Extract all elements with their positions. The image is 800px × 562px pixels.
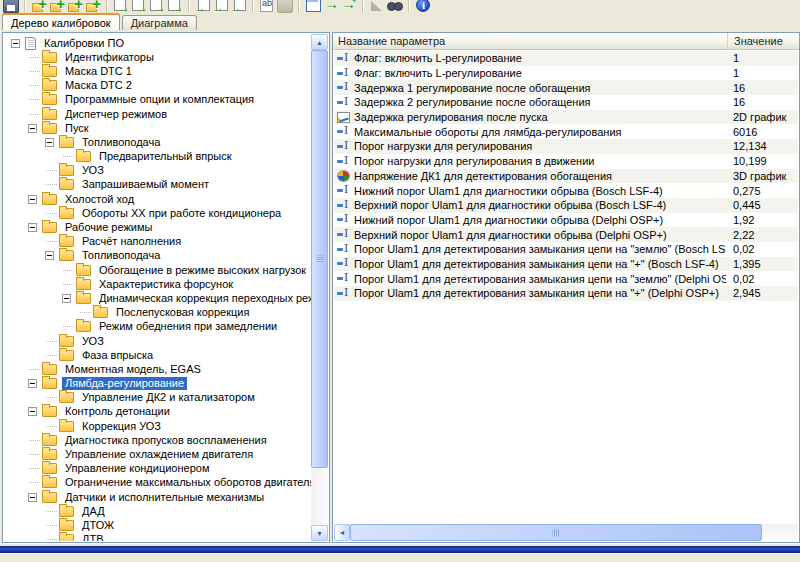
tree-expander-minus[interactable] — [28, 124, 37, 133]
tree-item[interactable]: ДТВ — [6, 533, 311, 541]
table-row[interactable]: Флаг: включить L-регулирование 1 — [334, 51, 798, 66]
tree-item[interactable]: Пуск — [6, 121, 311, 135]
tree-item[interactable]: Динамическая коррекция переходных режимо… — [6, 291, 311, 305]
tree-item[interactable]: Лямбда-регулирование — [6, 377, 311, 391]
tree-expander-minus[interactable] — [28, 223, 37, 232]
table-row[interactable]: Напряжение ДК1 для детектирования обогащ… — [334, 169, 798, 184]
tree-expander-minus[interactable] — [62, 294, 71, 303]
tree-item[interactable]: Идентификаторы — [6, 50, 311, 64]
tree-item[interactable]: Ограничение максимальных оборотов двигат… — [6, 476, 311, 490]
save-icon[interactable] — [2, 0, 20, 13]
export-icon-3[interactable] — [148, 0, 166, 13]
add-icon-1[interactable] — [30, 0, 48, 13]
tree-item[interactable]: Диагностика пропусков воспламенения — [6, 433, 311, 447]
transfer-add-icon[interactable] — [340, 0, 358, 13]
export-icon-2[interactable] — [130, 0, 148, 13]
tree-item[interactable]: Калибровки ПО — [6, 36, 311, 50]
tab-tree[interactable]: Дерево калибровок — [2, 13, 120, 30]
scroll-left-button[interactable]: ◄ — [334, 524, 350, 541]
window-icon[interactable] — [304, 0, 322, 13]
tree-item[interactable]: Холостой ход — [6, 192, 311, 206]
export-icon-4[interactable] — [166, 0, 184, 13]
tree-expander-minus[interactable] — [28, 407, 37, 416]
table-scroll-thumb[interactable] — [350, 524, 762, 541]
tree-expander-minus[interactable] — [28, 493, 37, 502]
table-row[interactable]: Порог Ulam1 для детектирования замыкания… — [334, 242, 798, 257]
table-row[interactable]: Максимальные обороты для лямбда-регулиро… — [334, 124, 798, 139]
chart-disabled-icon[interactable] — [368, 0, 386, 13]
tree-item[interactable]: Расчёт наполнения — [6, 235, 311, 249]
scroll-up-button[interactable]: ▲ — [311, 34, 328, 50]
tree-item[interactable]: Топливоподача — [6, 249, 311, 263]
tree-scroll-thumb[interactable] — [311, 50, 328, 468]
tree-scrollbar[interactable]: ▲ ▼ — [311, 34, 328, 541]
transfer-icon[interactable] — [322, 0, 340, 13]
tree-item[interactable]: Режим обеднения при замедлении — [6, 320, 311, 334]
tree-scroll-track[interactable] — [311, 50, 328, 525]
tree-item[interactable]: ДТОЖ — [6, 518, 311, 532]
table-row[interactable]: Флаг: включить L-регулирование 1 — [334, 66, 798, 81]
scroll-down-button[interactable]: ▼ — [311, 525, 328, 541]
tree-item[interactable]: Характеристика форсунок — [6, 277, 311, 291]
search-binoculars-icon[interactable] — [386, 0, 404, 13]
tree-expander-minus[interactable] — [45, 251, 54, 260]
tree-item[interactable]: Контроль детонации — [6, 405, 311, 419]
column-header-value[interactable]: Значение — [727, 33, 799, 49]
tree-item[interactable]: Моментная модель, EGAS — [6, 362, 311, 376]
table-row[interactable]: Порог Ulam1 для детектирования замыкания… — [334, 271, 798, 286]
tab-diagram[interactable]: Диаграмма — [122, 15, 197, 30]
tree-connector — [27, 195, 40, 204]
tree-item[interactable]: Управление ДК2 и катализатором — [6, 391, 311, 405]
add-icon-3 — [67, 0, 83, 13]
add-icon-2[interactable] — [48, 0, 66, 13]
tree-expander-minus[interactable] — [45, 138, 54, 147]
tree-item[interactable]: Послепусковая коррекция — [6, 306, 311, 320]
tree-item[interactable]: Предварительный впрыск — [6, 150, 311, 164]
disabled-tool-icon[interactable] — [276, 0, 294, 13]
folder-icon — [42, 406, 57, 417]
tree-item[interactable]: Запрашиваемый момент — [6, 178, 311, 192]
table-scroll-track[interactable] — [350, 524, 798, 541]
tree-connector — [44, 251, 57, 260]
tree-item[interactable]: УОЗ — [6, 164, 311, 178]
tree-item[interactable]: Диспетчер режимов — [6, 107, 311, 121]
table-row[interactable]: Верхний порог Ulam1 для диагностики обры… — [334, 198, 798, 213]
tree-item[interactable]: Управление охлаждением двигателя — [6, 447, 311, 461]
tree-item[interactable]: Обогащение в режиме высоких нагрузок — [6, 263, 311, 277]
tree-item[interactable]: Топливоподача — [6, 135, 311, 149]
tree-item[interactable]: Фаза впрыска — [6, 348, 311, 362]
tree-item[interactable]: Коррекция УОЗ — [6, 419, 311, 433]
table-row[interactable]: Нижний порог Ulam1 для диагностики обрыв… — [334, 213, 798, 228]
table-row[interactable]: Порог нагрузки для регулирования в движе… — [334, 154, 798, 169]
tree-item[interactable]: Маска DTC 2 — [6, 79, 311, 93]
tree-item[interactable]: Управление кондиционером — [6, 462, 311, 476]
tree-item[interactable]: Датчики и исполнительные механизмы — [6, 490, 311, 504]
export-icon-1[interactable] — [112, 0, 130, 13]
table-row[interactable]: Задержка 2 регулирование после обогащени… — [334, 95, 798, 110]
table-row[interactable]: Задержка регулирования после пуска 2D гр… — [334, 110, 798, 125]
tree-expander-minus[interactable] — [28, 195, 37, 204]
tree-item[interactable]: Программные опции и комплектация — [6, 93, 311, 107]
import-icon-3[interactable] — [230, 0, 248, 13]
tree-item[interactable]: Маска DTC 1 — [6, 64, 311, 78]
import-icon-2[interactable] — [212, 0, 230, 13]
table-hscrollbar[interactable]: ◄ — [334, 524, 798, 541]
import-icon-1[interactable] — [194, 0, 212, 13]
table-row[interactable]: Нижний порог Ulam1 для диагностики обрыв… — [334, 183, 798, 198]
table-row[interactable]: Порог Ulam1 для детектирования замыкания… — [334, 257, 798, 272]
rename-icon[interactable] — [258, 0, 276, 13]
add-icon-3[interactable] — [66, 0, 84, 13]
tree-item[interactable]: ДАД — [6, 504, 311, 518]
table-row[interactable]: Задержка 1 регулирование после обогащени… — [334, 80, 798, 95]
table-row[interactable]: Порог нагрузки для регулирования 12,134 — [334, 139, 798, 154]
column-header-name[interactable]: Название параметра — [333, 33, 727, 49]
tree-expander-minus[interactable] — [11, 39, 20, 48]
info-icon[interactable] — [414, 0, 432, 13]
add-icon-4[interactable] — [84, 0, 102, 13]
tree-item[interactable]: УОЗ — [6, 334, 311, 348]
tree-item[interactable]: Рабочие режимы — [6, 220, 311, 234]
tree-expander-minus[interactable] — [28, 379, 37, 388]
tree-item[interactable]: Обороты ХХ при работе кондиционера — [6, 206, 311, 220]
table-row[interactable]: Порог Ulam1 для детектирования замыкания… — [334, 286, 798, 301]
table-row[interactable]: Верхний порог Ulam1 для диагностики обры… — [334, 227, 798, 242]
